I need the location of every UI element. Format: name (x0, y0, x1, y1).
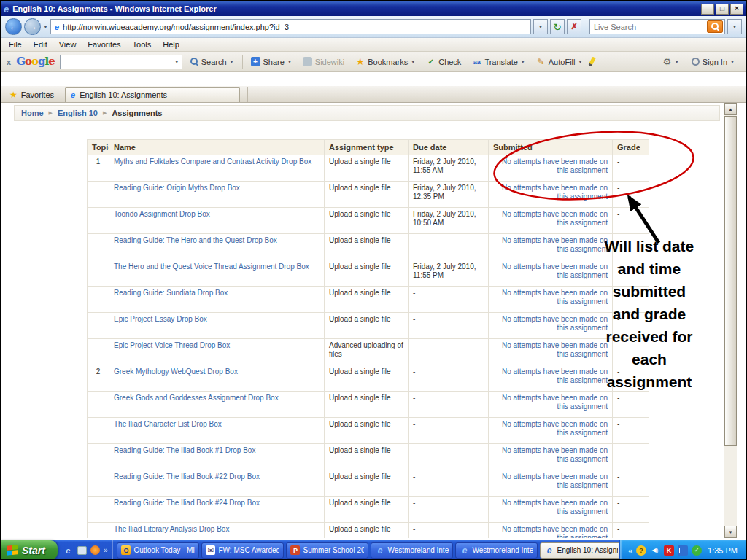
submitted-link[interactable]: No attempts have been made on this assig… (502, 446, 608, 463)
breadcrumb-course-link[interactable]: English 10 (58, 109, 98, 117)
toolbar-settings-button[interactable] (659, 55, 682, 68)
table-row: Epic Project Voice Thread Drop Box Advan… (88, 339, 649, 365)
assignment-link[interactable]: Reading Guide: The Iliad Book #1 Drop Bo… (114, 446, 255, 454)
assignment-type-cell: Upload a single file (325, 365, 409, 392)
menu-file[interactable]: File (4, 39, 27, 50)
submitted-link[interactable]: No attempts have been made on this assig… (502, 472, 608, 489)
address-dropdown-button[interactable] (533, 19, 548, 34)
minimize-button-icon[interactable] (701, 4, 714, 15)
vertical-scrollbar[interactable] (724, 103, 737, 538)
submitted-link[interactable]: No attempts have been made on this assig… (502, 394, 608, 411)
assignments-table-head: Topic Name Assignment type Due date Subm… (88, 140, 649, 155)
assignment-link[interactable]: Myths and Folktales Compare and Contrast… (114, 158, 311, 166)
back-button-icon[interactable] (5, 18, 22, 35)
address-url[interactable]: http://norwin.wiueacademy.org/mod/assign… (63, 23, 289, 31)
assignment-link[interactable]: Toondo Assignment Drop Box (114, 210, 210, 218)
menu-tools[interactable]: Tools (128, 39, 157, 50)
new-tab-stub[interactable] (247, 87, 259, 102)
quicklaunch-overflow-icon[interactable] (104, 546, 108, 554)
menu-help[interactable]: Help (158, 39, 185, 50)
assignment-link[interactable]: Greek Mythology WebQuest Drop Box (114, 368, 238, 376)
start-button[interactable]: Start (0, 540, 58, 560)
submitted-link[interactable]: No attempts have been made on this assig… (502, 341, 608, 358)
antivirus-icon[interactable] (664, 545, 674, 556)
scrollbar-thumb[interactable] (724, 116, 737, 446)
tab-page-icon (71, 90, 75, 99)
taskbar-button-ie-1[interactable]: Westmoreland Interme... (371, 542, 453, 559)
google-search-input[interactable] (60, 55, 182, 69)
assignment-link[interactable]: The Iliad Literary Analysis Drop Box (114, 525, 229, 533)
submitted-link[interactable]: No attempts have been made on this assig… (502, 368, 608, 384)
submitted-link[interactable]: No attempts have been made on this assig… (502, 499, 608, 516)
menu-edit[interactable]: Edit (28, 39, 53, 50)
assignment-link[interactable]: The Hero and the Quest Voice Thread Assi… (114, 262, 309, 271)
maximize-button-icon[interactable] (716, 4, 729, 15)
due-date-cell: - (409, 339, 489, 365)
search-options-button[interactable] (727, 19, 742, 34)
network-icon[interactable] (678, 545, 688, 556)
menu-view[interactable]: View (54, 39, 82, 50)
google-sidewiki-button[interactable]: Sidewiki (300, 55, 347, 68)
volume-icon[interactable] (650, 545, 660, 556)
google-translate-button[interactable]: Translate (469, 55, 527, 68)
scroll-down-icon[interactable] (724, 526, 737, 538)
ie-quicklaunch-icon[interactable] (63, 545, 74, 556)
google-autofill-button[interactable]: AutoFill (533, 55, 586, 68)
tray-expand-icon[interactable] (628, 546, 632, 555)
topic-cell (88, 418, 109, 444)
favorites-button[interactable]: Favorites (3, 87, 61, 102)
assignment-link[interactable]: Epic Project Voice Thread Drop Box (114, 341, 230, 349)
address-bar[interactable]: http://norwin.wiueacademy.org/mod/assign… (50, 19, 531, 34)
assignment-link[interactable]: Reading Guide: The Hero and the Quest Dr… (114, 236, 277, 244)
media-player-icon[interactable] (90, 545, 100, 555)
assignment-name-cell: Myths and Folktales Compare and Contrast… (109, 155, 325, 182)
taskbar-button-active[interactable]: English 10: Assignme... (540, 542, 622, 559)
submitted-link[interactable]: No attempts have been made on this assig… (502, 236, 608, 253)
taskbar-button-ie-2[interactable]: Westmoreland Interme... (455, 542, 538, 559)
highlighter-icon[interactable] (589, 57, 597, 67)
scroll-up-icon[interactable] (724, 103, 737, 115)
taskbar-button-mail[interactable]: FW: MSC Awarded a Ti... (201, 542, 284, 559)
submitted-link[interactable]: No attempts have been made on this assig… (502, 210, 608, 227)
assignment-link[interactable]: Reading Guide: Sundiata Drop Box (114, 289, 228, 297)
toolbar-close-icon[interactable] (7, 58, 11, 66)
google-share-button[interactable]: Share (248, 55, 295, 68)
assignment-link[interactable]: Reading Guide: The Iliad Book #24 Drop B… (114, 499, 260, 507)
google-search-button[interactable]: Search (187, 56, 237, 68)
assignment-link[interactable]: Epic Project Essay Drop Box (114, 315, 207, 323)
browser-tab[interactable]: English 10: Assignments (65, 87, 240, 102)
search-icon (711, 23, 719, 31)
assignment-link[interactable]: Reading Guide: The Iliad Book #22 Drop B… (114, 472, 260, 481)
submitted-link[interactable]: No attempts have been made on this assig… (502, 420, 608, 437)
shield-icon[interactable] (692, 545, 702, 556)
assignment-link[interactable]: Greek Gods and Goddesses Assignment Drop… (114, 394, 279, 402)
submitted-link[interactable]: No attempts have been made on this assig… (502, 262, 608, 279)
submitted-link[interactable]: No attempts have been made on this assig… (502, 289, 608, 306)
submitted-link[interactable]: No attempts have been made on this assig… (502, 315, 608, 332)
google-check-button[interactable]: Check (423, 55, 464, 68)
taskbar-button-powerpoint[interactable]: Summer School 2010 PP (286, 542, 368, 559)
close-button-icon[interactable] (730, 4, 743, 15)
submitted-link[interactable]: No attempts have been made on this assig… (502, 525, 608, 538)
help-icon[interactable] (636, 545, 646, 556)
menu-favorites[interactable]: Favorites (82, 39, 125, 50)
show-desktop-icon[interactable] (77, 546, 87, 555)
breadcrumb-separator-icon (49, 110, 53, 116)
live-search-input[interactable] (594, 23, 704, 31)
forward-button-icon[interactable] (24, 18, 41, 35)
assignment-link[interactable]: The Iliad Character List Drop Box (114, 420, 222, 428)
history-dropdown-icon[interactable] (43, 24, 48, 29)
search-go-button[interactable] (707, 20, 723, 33)
taskbar-button-outlook[interactable]: Outlook Today - Micros... (117, 542, 199, 559)
sign-in-button[interactable]: Sign In (689, 56, 738, 68)
chevron-down-icon (732, 24, 738, 29)
google-bookmarks-button[interactable]: Bookmarks (352, 55, 418, 68)
breadcrumb-home-link[interactable]: Home (21, 109, 44, 117)
assignment-name-cell: The Hero and the Quest Voice Thread Assi… (109, 260, 325, 287)
stop-button-icon[interactable] (567, 19, 581, 34)
assignment-link[interactable]: Reading Guide: Origin Myths Drop Box (114, 184, 240, 192)
submitted-link[interactable]: No attempts have been made on this assig… (502, 184, 608, 201)
submitted-link[interactable]: No attempts have been made on this assig… (502, 158, 608, 174)
quick-launch-bar (58, 540, 114, 560)
refresh-button-icon[interactable] (550, 19, 565, 34)
